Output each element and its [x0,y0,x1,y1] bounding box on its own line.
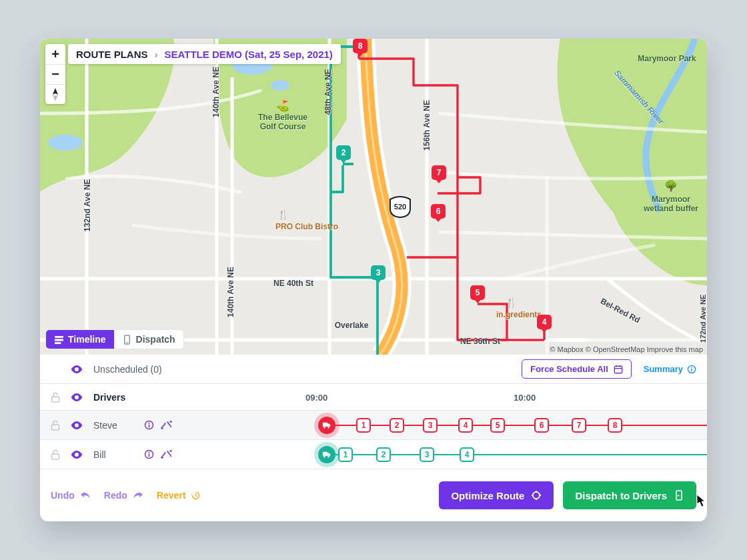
tree-icon: 🌳 [664,179,678,192]
map-canvas[interactable]: + − ROUTE PLANS › SEATTLE DEMO (Sat, 25 … [40,39,707,355]
map-stop-pin-3[interactable]: 3 [371,265,386,284]
route-start-icon[interactable] [318,417,335,434]
timeline-stop-1[interactable]: 1 [356,418,371,433]
svg-point-3 [271,80,289,91]
driver-route-icon[interactable] [161,420,172,430]
route-start-icon[interactable] [318,446,335,463]
force-schedule-all-button[interactable]: Force Schedule All [522,359,632,379]
road-label-172: 172nd Ave NE [699,295,707,343]
road-label-140l: 140th Ave NE [211,67,221,117]
visibility-toggle-all[interactable] [71,393,83,402]
reset-north-button[interactable] [45,84,65,104]
svg-rect-15 [52,397,59,402]
lock-toggle-all[interactable] [51,392,60,403]
breadcrumb: ROUTE PLANS › SEATTLE DEMO (Sat, 25 Sep,… [68,44,341,64]
timeline-stop-4[interactable]: 4 [458,418,473,433]
zoom-in-button[interactable]: + [45,44,65,64]
svg-rect-25 [149,454,150,457]
info-icon [687,365,696,374]
undo-button[interactable]: Undo [51,490,91,501]
visibility-toggle-driver[interactable] [71,450,83,459]
svg-rect-16 [52,425,59,430]
driver-name: Steve [93,420,133,431]
road-label-148: 48th Ave NE [323,69,333,115]
unscheduled-label: Unscheduled (0) [93,364,162,375]
svg-rect-6 [55,335,63,337]
zoom-out-button[interactable]: − [45,64,65,84]
timeline-stop-2[interactable]: 2 [376,447,391,462]
svg-point-13 [691,367,692,368]
map-stop-pin-7[interactable]: 7 [432,165,446,184]
restaurant-icon: 🍴 [277,209,289,220]
map-stop-pin-6[interactable]: 6 [431,204,446,223]
timeline-stop-8[interactable]: 8 [608,418,622,433]
place-wetland: Marymoor wetland buffer [644,195,698,213]
svg-point-21 [327,426,329,428]
map-stop-pin-4[interactable]: 4 [537,315,552,333]
driver-row-steve: Steve12345678 [40,411,707,440]
driver-info-icon[interactable] [144,420,154,430]
svg-point-24 [149,452,150,453]
summary-link[interactable]: Summary [644,364,696,374]
time-tick-0900: 09:00 [305,392,327,402]
chevron-right-icon: › [155,49,158,60]
svg-rect-22 [52,454,59,459]
driver-timeline[interactable]: 12345678 [293,411,707,439]
poi-proclub: PRO Club Bistro [275,222,338,231]
timeline-header-axis: 09:00 10:00 [293,384,707,410]
breadcrumb-root[interactable]: ROUTE PLANS [76,49,148,60]
breadcrumb-plan[interactable]: SEATTLE DEMO (Sat, 25 Sep, 2021) [165,49,333,60]
road-label-132nd: 132nd Ave NE [83,179,92,231]
driver-timeline[interactable]: 1234 [293,440,707,469]
target-icon [531,490,542,501]
map-stop-pin-5[interactable]: 5 [470,285,485,304]
place-overlake: Overlake [335,321,369,330]
svg-point-10 [126,341,127,343]
driver-info-icon[interactable] [144,449,154,459]
tab-timeline[interactable]: Timeline [46,330,114,349]
drivers-label: Drivers [93,392,125,403]
tab-dispatch[interactable]: Dispatch [114,330,183,349]
tab-dispatch-label: Dispatch [136,334,175,345]
svg-rect-7 [55,339,63,341]
redo-icon [133,491,143,500]
map-attribution: © Mapbox © OpenStreetMap Improve this ma… [550,345,703,353]
road-label-ne40th: NE 40th St [273,279,313,288]
panel-tabs: Timeline Dispatch [45,329,184,349]
driver-route-icon[interactable] [161,449,172,459]
timeline-stop-1[interactable]: 1 [338,447,353,462]
calendar-icon [614,365,623,374]
place-bellevue-golf: The Bellevue Golf Course [258,113,307,131]
timeline-stop-2[interactable]: 2 [390,418,404,433]
phone-icon [122,335,132,345]
svg-marker-4 [53,88,58,95]
road-label-ne36th: NE 36th St [460,337,500,346]
lock-toggle-driver[interactable] [51,449,60,460]
optimize-route-button[interactable]: Optimize Route [439,481,554,509]
svg-point-26 [323,455,325,457]
timeline-stop-4[interactable]: 4 [460,447,474,462]
svg-point-1 [48,135,83,151]
visibility-toggle-driver[interactable] [71,421,83,430]
row-drivers-header: Drivers 09:00 10:00 [40,384,707,411]
time-tick-1000: 10:00 [514,392,536,402]
redo-button[interactable]: Redo [104,490,143,501]
restaurant-icon-2: 🍴 [506,297,517,308]
timeline-stop-7[interactable]: 7 [572,418,586,433]
dispatch-to-drivers-button[interactable]: Dispatch to Drivers [563,481,696,509]
revert-button[interactable]: Revert [157,490,201,501]
map-stop-pin-2[interactable]: 2 [336,145,351,164]
timeline-stop-5[interactable]: 5 [490,418,505,433]
svg-rect-11 [614,366,622,373]
timeline-stop-6[interactable]: 6 [534,418,549,433]
svg-marker-5 [53,95,58,101]
svg-point-20 [323,426,325,428]
map-zoom-control: + − [45,44,65,104]
poi-ingredients: in.gredients [496,310,542,319]
map-stop-pin-8[interactable]: 8 [353,39,367,57]
visibility-toggle-unscheduled[interactable] [71,365,83,374]
timeline-stop-3[interactable]: 3 [420,447,434,462]
place-marymoor: Marymoor Park [638,54,696,63]
lock-toggle-driver[interactable] [51,420,60,431]
timeline-stop-3[interactable]: 3 [423,418,438,433]
